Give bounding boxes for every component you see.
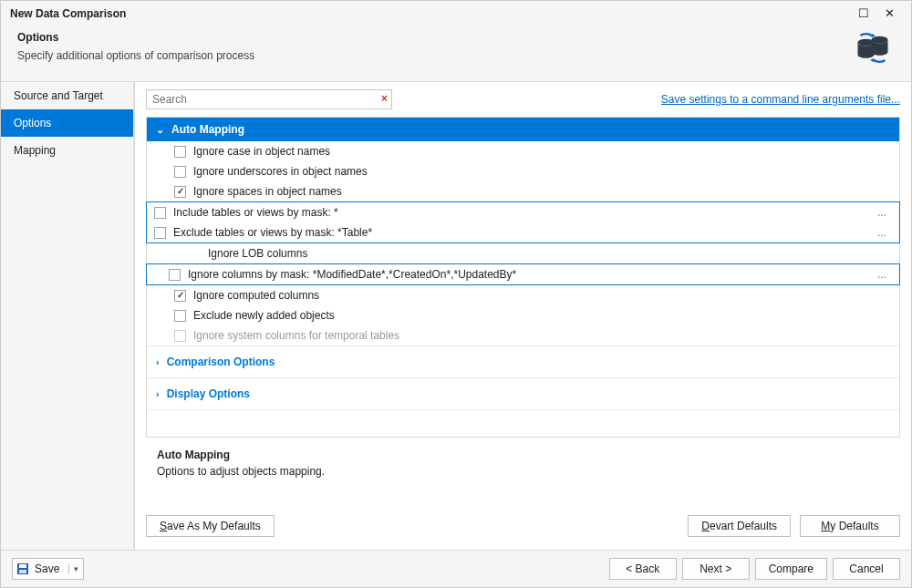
- titlebar: New Data Comparison ☐ ✕: [1, 1, 911, 26]
- option-include-mask[interactable]: Include tables or views by mask: * ...: [147, 202, 899, 222]
- description-title: Auto Mapping: [157, 449, 889, 461]
- checkbox-ignore-cols-mask[interactable]: [169, 269, 181, 281]
- compare-databases-icon: [851, 31, 895, 70]
- back-button[interactable]: < Back: [609, 558, 677, 580]
- save-cmdline-link[interactable]: Save settings to a command line argument…: [661, 93, 900, 106]
- my-defaults-button[interactable]: My Defaults: [800, 515, 900, 537]
- next-button[interactable]: Next >: [682, 558, 750, 580]
- header-text: Options Specify additional options of co…: [17, 31, 851, 62]
- option-exclude-mask[interactable]: Exclude tables or views by mask: *Table*…: [147, 222, 899, 242]
- section-title-display: Display Options: [167, 387, 250, 400]
- svg-point-1: [872, 36, 888, 44]
- svg-rect-5: [19, 564, 26, 568]
- option-ignore-underscores[interactable]: Ignore underscores in object names: [147, 161, 899, 181]
- section-title-auto-mapping: Auto Mapping: [171, 123, 244, 136]
- edit-exclude-mask-button[interactable]: ...: [872, 226, 892, 239]
- checkbox-ignore-case[interactable]: [174, 146, 186, 158]
- edit-include-mask-button[interactable]: ...: [872, 206, 892, 219]
- option-ignore-case[interactable]: Ignore case in object names: [147, 141, 899, 161]
- header-subtitle: Specify additional options of comparison…: [17, 49, 851, 62]
- save-button-label: Save: [33, 562, 68, 575]
- bottom-bar: Save ▾ < Back Next > Compare Cancel: [1, 550, 911, 587]
- save-icon: [13, 562, 33, 575]
- sidebar-item-mapping[interactable]: Mapping: [1, 137, 133, 164]
- search-input-wrap: ×: [146, 89, 392, 109]
- options-panel: ⌄ Auto Mapping Ignore case in object nam…: [146, 117, 900, 438]
- sidebar-item-source-target[interactable]: Source and Target: [1, 82, 133, 109]
- option-ignore-computed[interactable]: Ignore computed columns: [147, 285, 899, 305]
- option-exclude-new[interactable]: Exclude newly added objects: [147, 305, 899, 325]
- maximize-icon[interactable]: ☐: [851, 6, 876, 20]
- checkbox-ignore-computed[interactable]: [174, 290, 186, 302]
- checkbox-ignore-underscores[interactable]: [174, 166, 186, 178]
- chevron-right-icon: ›: [156, 388, 160, 399]
- svg-rect-6: [19, 570, 26, 573]
- devart-defaults-button[interactable]: Devart Defaults: [688, 515, 791, 537]
- checkbox-include-mask[interactable]: [154, 207, 166, 219]
- option-ignore-lob[interactable]: Ignore LOB columns: [147, 243, 899, 263]
- chevron-right-icon: ›: [156, 356, 160, 367]
- sidebar-item-options[interactable]: Options: [1, 109, 133, 137]
- defaults-row: Save As My Defaults Devart Defaults My D…: [135, 506, 911, 550]
- option-ignore-cols-mask[interactable]: Ignore columns by mask: *ModifiedDate*,*…: [147, 264, 899, 284]
- svg-marker-3: [870, 58, 875, 63]
- chevron-down-icon: ⌄: [156, 124, 164, 136]
- save-as-defaults-button[interactable]: Save As My Defaults: [146, 515, 275, 537]
- search-input[interactable]: [146, 89, 392, 109]
- section-header-comparison-options[interactable]: › Comparison Options: [147, 346, 899, 377]
- option-ignore-spaces[interactable]: Ignore spaces in object names: [147, 181, 899, 201]
- save-split-button[interactable]: Save ▾: [12, 558, 84, 580]
- description-area: Auto Mapping Options to adjust objects m…: [146, 438, 900, 483]
- description-text: Options to adjust objects mapping.: [157, 465, 889, 478]
- section-header-display-options[interactable]: › Display Options: [147, 377, 899, 409]
- edit-ignore-cols-mask-button[interactable]: ...: [872, 268, 892, 281]
- main-panel: × Save settings to a command line argume…: [134, 82, 911, 550]
- option-ignore-temporal: Ignore system columns for temporal table…: [147, 325, 899, 346]
- window-title: New Data Comparison: [10, 7, 851, 20]
- sidebar-nav: Source and Target Options Mapping: [1, 82, 134, 550]
- options-content: ⌄ Auto Mapping Ignore case in object nam…: [135, 117, 911, 506]
- compare-button[interactable]: Compare: [755, 558, 827, 580]
- close-icon[interactable]: ✕: [876, 6, 902, 20]
- highlight-ignore-cols-mask: Ignore columns by mask: *ModifiedDate*,*…: [146, 263, 900, 285]
- header-title: Options: [17, 31, 851, 44]
- section-header-auto-mapping[interactable]: ⌄ Auto Mapping: [147, 118, 899, 141]
- cancel-button[interactable]: Cancel: [833, 558, 900, 580]
- clear-search-icon[interactable]: ×: [381, 92, 388, 105]
- checkbox-exclude-new[interactable]: [174, 310, 186, 322]
- body: Source and Target Options Mapping × Save…: [1, 82, 911, 550]
- checkbox-ignore-temporal: [174, 330, 186, 342]
- highlight-group-masks: Include tables or views by mask: * ... E…: [146, 201, 900, 243]
- checkbox-exclude-mask[interactable]: [154, 227, 166, 239]
- section-title-comparison: Comparison Options: [167, 356, 275, 368]
- toolbar-row: × Save settings to a command line argume…: [135, 82, 911, 117]
- save-dropdown-toggle[interactable]: ▾: [68, 564, 83, 573]
- dialog-window: New Data Comparison ☐ ✕ Options Specify …: [0, 0, 912, 588]
- header: Options Specify additional options of co…: [1, 26, 911, 82]
- checkbox-ignore-spaces[interactable]: [174, 186, 186, 198]
